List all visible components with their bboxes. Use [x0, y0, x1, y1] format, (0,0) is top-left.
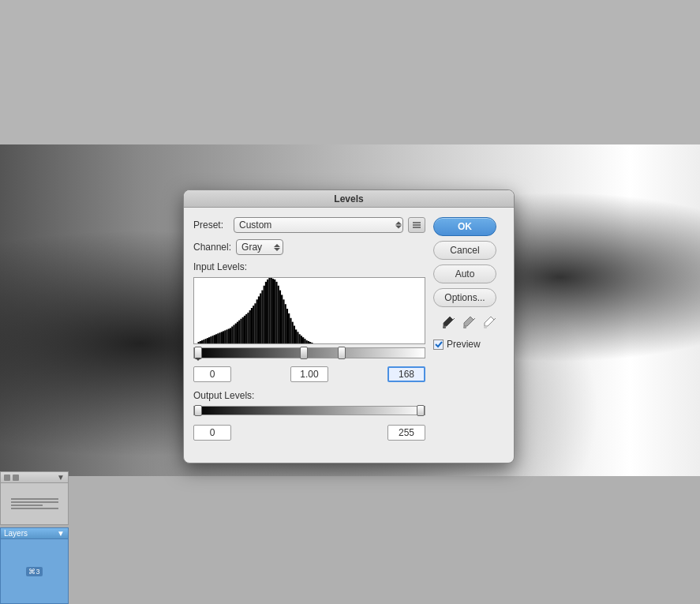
white-eyedropper-button[interactable]	[481, 313, 498, 331]
levels-dialog: Levels Preset: Custom	[183, 189, 515, 463]
input-mid-handle[interactable]	[300, 347, 308, 359]
input-black-field[interactable]: 0	[193, 366, 231, 382]
ok-label: OK	[458, 221, 472, 232]
preset-arrows	[395, 222, 402, 229]
input-mid-field[interactable]: 1.00	[290, 366, 328, 382]
blue-panel: Layers ▼ ⌘3	[0, 527, 69, 604]
svg-rect-9	[204, 339, 206, 343]
checkmark-icon	[435, 340, 443, 348]
histogram-container	[193, 277, 425, 344]
svg-rect-40	[260, 294, 261, 343]
panel-lines	[8, 495, 62, 512]
input-white-field[interactable]: 168	[387, 366, 425, 382]
output-black-field[interactable]: 0	[193, 425, 231, 441]
svg-rect-63	[301, 336, 302, 343]
svg-rect-56	[288, 313, 290, 343]
preset-menu-button[interactable]	[408, 217, 425, 233]
dialog-left: Preset: Custom	[193, 217, 425, 441]
output-black-handle[interactable]	[194, 405, 202, 416]
svg-rect-55	[286, 309, 288, 343]
preset-select[interactable]: Custom	[234, 217, 403, 233]
gray-eyedropper-button[interactable]	[460, 313, 477, 331]
svg-rect-22	[228, 328, 230, 343]
preview-row: Preview	[433, 339, 504, 350]
svg-rect-21	[226, 329, 227, 343]
svg-rect-67	[308, 341, 309, 343]
top-background	[0, 0, 700, 144]
eyedroppers-row	[433, 313, 504, 331]
auto-label: Auto	[455, 268, 475, 279]
svg-rect-35	[251, 308, 253, 343]
svg-rect-46	[271, 278, 272, 343]
output-white-field[interactable]: 255	[387, 425, 425, 441]
menu-lines-icon	[412, 221, 421, 229]
blue-panel-collapse[interactable]: ▼	[57, 529, 65, 538]
input-black-handle[interactable]	[194, 347, 202, 359]
svg-rect-24	[231, 327, 233, 343]
input-fields-row: 0 1.00 168	[193, 366, 425, 382]
svg-rect-15	[215, 334, 217, 343]
svg-rect-71	[443, 326, 446, 328]
ok-button[interactable]: OK	[433, 217, 496, 236]
svg-rect-69	[311, 343, 313, 343]
svg-rect-47	[272, 279, 274, 343]
svg-rect-20	[224, 330, 226, 343]
svg-rect-53	[283, 299, 284, 343]
svg-rect-28	[238, 321, 240, 343]
svg-rect-31	[244, 316, 245, 343]
svg-rect-38	[256, 299, 258, 343]
channel-select[interactable]: Gray	[236, 239, 283, 255]
preset-select-wrapper[interactable]: Custom	[234, 217, 403, 233]
output-fields-row: 0 255	[193, 425, 425, 441]
svg-rect-18	[221, 332, 223, 343]
svg-rect-39	[258, 296, 260, 343]
options-button[interactable]: Options...	[433, 288, 496, 307]
svg-rect-61	[297, 332, 298, 343]
histogram-svg	[194, 278, 425, 343]
cancel-button[interactable]: Cancel	[433, 241, 496, 260]
output-white-handle[interactable]	[417, 405, 425, 416]
channel-value: Gray	[241, 242, 262, 253]
panel-icon-2	[13, 475, 19, 481]
auto-button[interactable]: Auto	[433, 264, 496, 283]
preview-checkbox[interactable]	[433, 340, 444, 350]
channel-select-wrapper[interactable]: Gray	[236, 239, 283, 255]
panel-collapse[interactable]: ▼	[57, 473, 65, 482]
svg-rect-14	[214, 335, 215, 343]
svg-rect-51	[279, 291, 281, 343]
svg-rect-45	[268, 278, 270, 343]
svg-rect-29	[240, 319, 241, 343]
preset-value: Custom	[239, 219, 271, 231]
panel-toolbar: ▼	[1, 472, 68, 483]
preview-label: Preview	[447, 339, 481, 350]
output-levels-section: Output Levels: 0 255	[193, 390, 425, 441]
gray-eyedropper-icon	[462, 315, 475, 329]
svg-rect-11	[208, 337, 210, 343]
preset-label: Preset:	[193, 219, 229, 231]
svg-rect-41	[261, 291, 263, 343]
svg-rect-62	[299, 334, 301, 343]
blue-panel-title: Layers ▼	[1, 528, 68, 539]
arrow-down-icon	[395, 226, 402, 229]
panel-line-3	[11, 505, 43, 506]
preset-row: Preset: Custom	[193, 217, 425, 233]
input-white-handle[interactable]	[338, 347, 346, 359]
dialog-title: Levels	[334, 193, 363, 204]
svg-rect-60	[295, 329, 297, 343]
svg-rect-25	[233, 325, 234, 343]
output-slider-area	[193, 406, 425, 420]
svg-rect-13	[211, 336, 213, 343]
svg-rect-10	[207, 338, 208, 343]
svg-line-72	[474, 318, 475, 320]
svg-rect-42	[264, 286, 265, 343]
svg-rect-43	[265, 282, 267, 343]
black-eyedropper-icon	[442, 315, 455, 329]
svg-rect-52	[281, 294, 283, 343]
svg-rect-59	[294, 326, 295, 343]
svg-rect-7	[201, 340, 203, 343]
black-eyedropper-button[interactable]	[440, 313, 457, 331]
svg-rect-19	[223, 331, 224, 343]
svg-rect-64	[302, 337, 304, 343]
svg-rect-32	[245, 314, 247, 343]
output-levels-label: Output Levels:	[193, 390, 425, 401]
